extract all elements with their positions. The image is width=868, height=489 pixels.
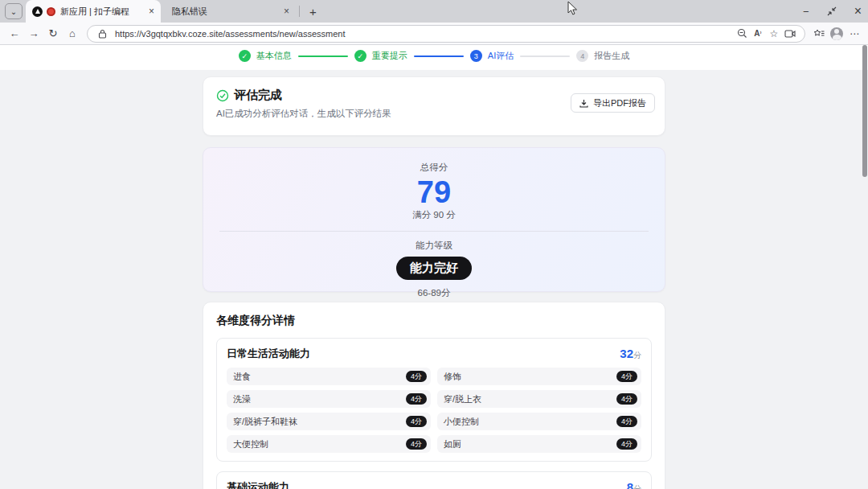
- recording-indicator-icon: [47, 7, 55, 16]
- export-pdf-button[interactable]: 导出PDF报告: [571, 93, 655, 113]
- tab-separator: [299, 6, 300, 17]
- tab-title: 隐私错误: [172, 6, 279, 18]
- item-score-badge: 4分: [616, 416, 637, 427]
- step-check-icon: ✓: [354, 50, 366, 62]
- web-capture-icon[interactable]: [782, 27, 798, 41]
- item-score-badge: 4分: [406, 438, 427, 450]
- home-button[interactable]: ⌂: [63, 25, 82, 43]
- score-item-bathing: 洗澡4分: [227, 390, 431, 408]
- item-label: 修饰: [444, 371, 461, 383]
- score-item-grooming: 修饰4分: [437, 368, 641, 385]
- total-score-label: 总得分: [203, 162, 665, 174]
- score-item-bladder: 小便控制4分: [437, 413, 641, 430]
- assessment-stepper: ✓ 基本信息 ✓ 重要提示 3 AI评估 4 报告生成: [239, 50, 629, 62]
- score-item-lower-dressing: 穿/脱裤子和鞋袜4分: [227, 413, 431, 430]
- step-connector: [298, 55, 348, 57]
- minimize-button[interactable]: −: [803, 6, 809, 18]
- step-check-icon: ✓: [239, 50, 251, 62]
- step-number: 3: [470, 50, 482, 62]
- max-score-label: 满分 90 分: [203, 209, 665, 221]
- new-tab-button[interactable]: +: [303, 5, 323, 18]
- tab-privacy-error[interactable]: 隐私错误 ×: [161, 0, 296, 23]
- profile-avatar: [830, 27, 843, 40]
- browser-toolbar: ← → ↻ ⌂ https://v3gqtqxbkv.coze.site/ass…: [0, 23, 868, 45]
- step-ai-assessment: 3 AI评估: [470, 50, 514, 62]
- restore-icon: [827, 6, 837, 16]
- favorite-star-icon[interactable]: ☆: [766, 27, 782, 41]
- favorites-hub-icon[interactable]: [810, 25, 828, 43]
- page-scrollbar[interactable]: [862, 45, 867, 177]
- group-basic-mobility: 基础运动能力 8分: [216, 471, 652, 489]
- step-basic-info: ✓ 基本信息: [239, 50, 292, 62]
- export-pdf-label: 导出PDF报告: [593, 97, 646, 109]
- score-item-upper-dressing: 穿/脱上衣4分: [437, 390, 641, 408]
- profile-button[interactable]: [828, 25, 845, 43]
- stepper-strip: ✓ 基本信息 ✓ 重要提示 3 AI评估 4 报告生成: [0, 45, 868, 70]
- score-divider: [219, 231, 649, 232]
- dimensions-title: 各维度得分详情: [216, 314, 652, 328]
- result-title: 评估完成: [234, 88, 282, 103]
- close-tab-icon[interactable]: ×: [284, 6, 289, 17]
- item-label: 穿/脱裤子和鞋袜: [233, 416, 297, 428]
- dimension-scores-card: 各维度得分详情 日常生活活动能力 32分 进食4分 修饰4分 洗澡4分 穿/脱上…: [203, 302, 665, 489]
- step-number: 4: [576, 50, 588, 62]
- browser-tab-bar: ⌄ 新应用 | 扣子编程 × 隐私错误 × + − ×: [0, 0, 868, 23]
- url-text: https://v3gqtqxbkv.coze.site/assessments…: [115, 29, 734, 39]
- forward-button[interactable]: →: [24, 25, 43, 43]
- close-tab-icon[interactable]: ×: [149, 6, 154, 17]
- group-daily-living: 日常生活活动能力 32分 进食4分 修饰4分 洗澡4分 穿/脱上衣4分 穿/脱裤…: [216, 338, 652, 462]
- score-item-eating: 进食4分: [227, 368, 431, 385]
- item-score-badge: 4分: [406, 371, 427, 382]
- more-menu-button[interactable]: ⋯: [845, 25, 863, 43]
- item-label: 穿/脱上衣: [444, 393, 481, 405]
- group-header: 基础运动能力 8分: [227, 480, 641, 489]
- tab-coze-app[interactable]: 新应用 | 扣子编程 ×: [26, 0, 161, 23]
- total-score-value: 79: [203, 175, 665, 209]
- item-score-badge: 4分: [616, 438, 637, 450]
- ability-level-badge: 能力完好: [396, 257, 472, 280]
- web-page: ✓ 基本信息 ✓ 重要提示 3 AI评估 4 报告生成: [0, 45, 868, 489]
- item-label: 洗澡: [233, 393, 251, 405]
- success-check-icon: [216, 89, 229, 102]
- item-grid: 进食4分 修饰4分 洗澡4分 穿/脱上衣4分 穿/脱裤子和鞋袜4分 小便控制4分…: [227, 368, 641, 453]
- step-label: 基本信息: [256, 50, 292, 62]
- group-name: 基础运动能力: [227, 480, 289, 489]
- group-score: 8分: [627, 480, 641, 489]
- zoom-out-icon[interactable]: [734, 27, 750, 41]
- score-item-bowel: 大便控制4分: [227, 435, 431, 453]
- step-connector: [414, 55, 464, 57]
- tab-title: 新应用 | 扣子编程: [60, 6, 144, 18]
- item-label: 小便控制: [444, 416, 479, 428]
- tab-list-button[interactable]: ⌄: [5, 3, 23, 19]
- restore-button[interactable]: [827, 6, 837, 16]
- page-content: 评估完成 AI已成功分析评估对话，生成以下评分结果 导出PDF报告 总得分 79…: [203, 76, 665, 489]
- item-label: 进食: [233, 371, 251, 383]
- step-report-generation: 4 报告生成: [576, 50, 629, 62]
- mouse-cursor: [567, 1, 578, 16]
- chevron-down-icon: ⌄: [10, 7, 17, 16]
- lock-icon: [94, 27, 110, 41]
- level-label: 能力等级: [203, 240, 665, 252]
- address-bar[interactable]: https://v3gqtqxbkv.coze.site/assessments…: [87, 25, 805, 43]
- item-label: 如厕: [444, 438, 461, 450]
- item-score-badge: 4分: [616, 371, 637, 382]
- close-window-button[interactable]: ×: [854, 4, 862, 18]
- item-score-badge: 4分: [406, 416, 427, 427]
- step-label: 重要提示: [372, 50, 407, 62]
- level-range: 66-89分: [203, 287, 665, 299]
- read-aloud-icon[interactable]: A⁾: [750, 27, 766, 41]
- download-icon: [579, 99, 588, 108]
- step-label: AI评估: [488, 50, 514, 62]
- step-important-notes: ✓ 重要提示: [354, 50, 407, 62]
- assessment-complete-card: 评估完成 AI已成功分析评估对话，生成以下评分结果 导出PDF报告: [203, 76, 665, 136]
- group-header: 日常生活活动能力 32分: [227, 347, 641, 361]
- group-score: 32分: [620, 347, 641, 361]
- step-connector: [520, 55, 570, 57]
- group-name: 日常生活活动能力: [227, 347, 310, 361]
- step-label: 报告生成: [594, 50, 629, 62]
- item-label: 大便控制: [233, 438, 268, 450]
- item-score-badge: 4分: [616, 393, 637, 405]
- score-item-toileting: 如厕4分: [437, 435, 641, 453]
- reload-button[interactable]: ↻: [43, 25, 63, 43]
- back-button[interactable]: ←: [5, 25, 24, 43]
